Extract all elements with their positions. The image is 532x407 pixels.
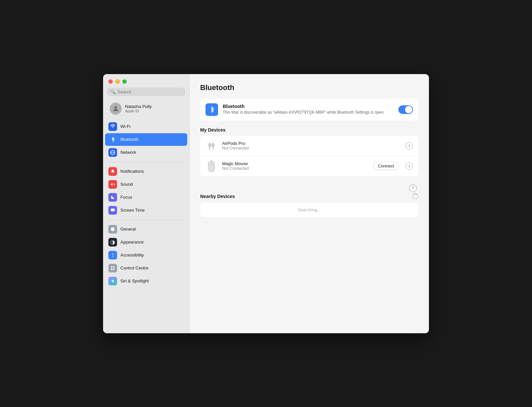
sidebar-label-focus: Focus [120, 195, 132, 200]
svg-line-11 [209, 148, 210, 150]
search-bar[interactable]: 🔍 [107, 88, 185, 96]
accessibility-icon [108, 251, 117, 259]
sidebar-item-appearance[interactable]: ◑ Appearance [105, 236, 187, 249]
general-icon [108, 225, 117, 234]
sidebar-item-siri[interactable]: ✦ Siri & Spotlight [105, 275, 187, 287]
sidebar-item-sound[interactable]: Sound [105, 178, 187, 191]
network-icon [108, 148, 117, 157]
svg-rect-8 [111, 268, 112, 270]
svg-line-13 [213, 148, 214, 150]
bluetooth-toggle[interactable] [398, 105, 413, 114]
sidebar-label-network: Network [120, 150, 136, 155]
sidebar-item-focus[interactable]: Focus [105, 191, 187, 204]
sidebar-label-wifi: Wi-Fi [120, 124, 130, 129]
airpods-icon [205, 140, 217, 152]
minimize-button[interactable] [115, 79, 120, 84]
device-row-airpods: AirPods Pro Not Connected ℹ [200, 136, 418, 156]
svg-rect-6 [111, 266, 112, 267]
notifications-icon [108, 167, 117, 176]
user-profile[interactable]: Natasha Polly Apple ID [105, 100, 187, 117]
airpods-name: AirPods Pro [222, 141, 398, 146]
airpods-status: Not Connected [222, 146, 398, 151]
sidebar-label-notifications: Notifications [120, 169, 144, 174]
nav-group-connectivity: Wi-Fi Bluetooth Network [103, 119, 189, 160]
help-button[interactable]: ? [409, 184, 417, 192]
avatar [110, 103, 122, 115]
sidebar-label-controlcentre: Control Centre [120, 265, 149, 270]
sidebar-item-controlcentre[interactable]: Control Centre [105, 262, 187, 274]
airpods-info: AirPods Pro Not Connected [222, 141, 398, 151]
appearance-icon: ◑ [108, 238, 117, 247]
nav-group-prefs: General ◑ Appearance Accessibility Contr… [103, 222, 189, 288]
nav-group-system: Notifications Sound Focus Screen Time [103, 164, 189, 218]
svg-marker-2 [111, 183, 112, 185]
siri-icon: ✦ [108, 277, 117, 285]
sidebar-label-general: General [120, 227, 136, 232]
magic-mouse-name: Magic Mouse [222, 161, 369, 166]
bluetooth-title: Bluetooth [223, 104, 394, 109]
nearby-devices-heading: Nearby Devices [200, 194, 235, 199]
user-name: Natasha Polly [125, 104, 152, 109]
svg-point-10 [208, 143, 211, 148]
svg-rect-9 [113, 268, 114, 270]
sidebar-item-bluetooth[interactable]: Bluetooth [105, 133, 187, 146]
magic-mouse-info-button[interactable]: ℹ [406, 162, 413, 170]
main-content: Bluetooth Bluetooth This Mac is discover… [190, 74, 429, 333]
connect-button[interactable]: Connect [374, 162, 398, 170]
toggle-knob [405, 106, 412, 113]
svg-point-12 [212, 143, 214, 148]
searching-text: Searching... [298, 207, 321, 212]
sidebar-label-siri: Siri & Spotlight [120, 278, 149, 283]
bluetooth-icon [108, 135, 117, 144]
sidebar-label-sound: Sound [120, 182, 133, 187]
my-devices-card: AirPods Pro Not Connected ℹ Magic Mouse … [200, 136, 418, 176]
sidebar-item-accessibility[interactable]: Accessibility [105, 249, 187, 261]
user-info: Natasha Polly Apple ID [125, 104, 152, 113]
sidebar-label-accessibility: Accessibility [120, 253, 144, 257]
magic-mouse-status: Not Connected [222, 166, 369, 171]
sidebar-item-wifi[interactable]: Wi-Fi [105, 120, 187, 133]
divider-1 [108, 162, 185, 162]
sidebar-item-notifications[interactable]: Notifications [105, 165, 187, 178]
loading-spinner [412, 193, 418, 199]
searching-card: Searching... [200, 203, 418, 217]
page-title: Bluetooth [200, 83, 418, 92]
close-button[interactable] [108, 79, 113, 84]
my-devices-heading: My Devices [200, 127, 418, 133]
maximize-button[interactable] [122, 79, 127, 84]
sidebar-item-screentime[interactable]: Screen Time [105, 204, 187, 217]
bluetooth-info: Bluetooth This Mac is discoverable as "w… [223, 104, 394, 115]
airpods-info-button[interactable]: ℹ [406, 142, 413, 150]
controlcentre-icon [108, 264, 117, 272]
search-input[interactable] [118, 89, 182, 94]
svg-point-0 [114, 106, 117, 108]
sidebar-item-general[interactable]: General [105, 223, 187, 236]
bluetooth-description: This Mac is discoverable as "wildass-XXV… [223, 110, 394, 115]
sidebar: 🔍 Natasha Polly Apple ID Wi-Fi [103, 74, 190, 333]
wifi-icon [108, 122, 117, 131]
bluetooth-main-row: Bluetooth This Mac is discoverable as "w… [200, 99, 418, 121]
svg-rect-7 [113, 266, 114, 267]
search-icon: 🔍 [110, 89, 116, 94]
svg-rect-3 [111, 208, 115, 211]
help-row: ? [200, 183, 418, 193]
sidebar-label-screentime: Screen Time [120, 208, 145, 213]
sidebar-item-network[interactable]: Network [105, 146, 187, 159]
sidebar-label-bluetooth: Bluetooth [120, 137, 139, 142]
nearby-heading-row: Nearby Devices [200, 193, 418, 199]
sidebar-label-appearance: Appearance [120, 240, 144, 245]
focus-icon [108, 193, 117, 202]
screentime-icon [108, 206, 117, 215]
divider-2 [108, 220, 185, 220]
device-row-magic-mouse: Magic Mouse Not Connected Connect ℹ [200, 156, 418, 176]
magic-mouse-info: Magic Mouse Not Connected [222, 161, 369, 171]
magic-mouse-icon [205, 160, 217, 172]
bluetooth-main-icon [205, 103, 218, 116]
sound-icon [108, 180, 117, 189]
traffic-lights [103, 74, 189, 88]
user-subtitle: Apple ID [125, 109, 152, 113]
system-preferences-window: 🔍 Natasha Polly Apple ID Wi-Fi [103, 74, 429, 333]
svg-point-5 [112, 253, 113, 254]
bluetooth-toggle-card: Bluetooth This Mac is discoverable as "w… [200, 99, 418, 121]
